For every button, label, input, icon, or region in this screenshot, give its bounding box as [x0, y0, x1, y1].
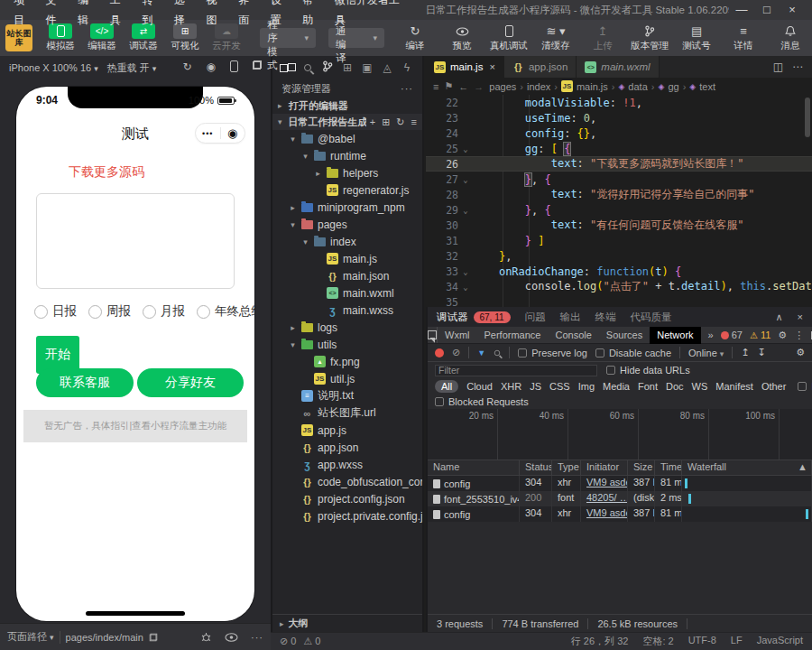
tree-item-code_obfuscation_config.json[interactable]: {}code_obfuscation_config.json — [272, 473, 422, 490]
tabs-overflow-icon[interactable]: » — [701, 327, 721, 344]
type-filter-XHR[interactable]: XHR — [501, 381, 521, 392]
type-filter-Manifest[interactable]: Manifest — [715, 381, 753, 392]
more-menu-icon[interactable]: ••• — [196, 129, 220, 138]
debugger-tab-输出[interactable]: 输出 — [560, 311, 581, 324]
menu-item-转到[interactable]: 转到 — [135, 0, 168, 30]
eye-icon[interactable] — [225, 633, 238, 642]
code-line-23[interactable]: 23 useTime: 0, — [426, 110, 812, 125]
status-item[interactable]: LF — [731, 635, 743, 648]
devtools-more-icon[interactable]: ⋮ — [794, 330, 804, 341]
tree-item-@babel[interactable]: ▾@babel — [272, 130, 422, 147]
type-filter-All[interactable]: All — [435, 380, 458, 393]
code-line-31[interactable]: 31 } ] — [426, 233, 812, 248]
fold-icon[interactable]: ⌄ — [458, 206, 473, 215]
export-har-icon[interactable]: ↧ — [758, 347, 766, 358]
type-filter-Doc[interactable]: Doc — [666, 381, 684, 392]
code-line-26[interactable]: 26 text: "下载更多源码就到站长图库！" — [426, 156, 812, 172]
debugger-tab-代码质量[interactable]: 代码质量 — [631, 311, 672, 324]
toolbar-button-badge[interactable]: ▤测试号 — [673, 24, 720, 52]
type-filter-Media[interactable]: Media — [603, 381, 630, 392]
breadcrumb-item-data[interactable]: ›◈data — [612, 81, 648, 92]
code-line-28[interactable]: 28 text: "觉得好用记得分享给自己的同事" — [426, 187, 812, 202]
devtools-tab-Sources[interactable]: Sources — [599, 327, 650, 344]
tree-item-main.json[interactable]: {}main.json — [272, 267, 422, 284]
share-friend-button[interactable]: 分享好友 — [137, 368, 244, 397]
outline-section[interactable]: ▸ 大纲 — [272, 614, 422, 632]
column-header-Type[interactable]: Type — [552, 460, 581, 475]
more-actions-icon[interactable]: ··· — [401, 83, 413, 94]
refresh-icon[interactable]: ↻ — [182, 60, 191, 75]
devtools-tab-Performance[interactable]: Performance — [477, 327, 549, 344]
radio-option-年终总结[interactable]: 年终总结 — [197, 303, 254, 320]
has-blocked-cookies-checkbox[interactable]: Has blocked cookies — [798, 381, 812, 392]
tree-item-说明.txt[interactable]: ≡说明.txt — [272, 387, 422, 404]
toolbar-button-device[interactable]: 真机调试 — [485, 24, 532, 52]
page-path-select[interactable]: 页面路径 ▾ — [7, 630, 54, 644]
disable-cache-checkbox[interactable]: Disable cache — [595, 348, 671, 358]
source-control-icon[interactable] — [319, 60, 336, 75]
type-filter-WS[interactable]: WS — [692, 381, 708, 392]
editor-tab-app.json[interactable]: {}app.json — [504, 56, 577, 78]
preserve-log-checkbox[interactable]: Preserve log — [518, 348, 587, 358]
column-header-Size[interactable]: Size — [628, 460, 655, 475]
menu-item-界面[interactable]: 界面 — [232, 0, 264, 30]
files-icon[interactable] — [280, 63, 296, 72]
type-filter-Img[interactable]: Img — [578, 381, 595, 392]
type-filter-Cloud[interactable]: Cloud — [466, 381, 493, 392]
tree-item-helpers[interactable]: ▸helpers — [272, 164, 422, 181]
project-section[interactable]: ▾ 日常工作报告生成... + ⊞ ↻ ≡ — [272, 114, 422, 130]
tree-item-index[interactable]: ▾index — [272, 233, 422, 250]
menu-item-编辑[interactable]: 编辑 — [71, 0, 104, 30]
new-file-icon[interactable]: + — [370, 116, 375, 128]
status-item[interactable]: JavaScript — [757, 635, 803, 648]
devtools-tab-Console[interactable]: Console — [548, 327, 598, 344]
toolbar-button-eye[interactable]: 预览 — [438, 24, 485, 52]
more-icon[interactable]: ··· — [251, 632, 263, 643]
close-button[interactable]: × — [780, 0, 805, 20]
refresh-explorer-icon[interactable]: ↻ — [396, 116, 404, 128]
menu-item-视图[interactable]: 视图 — [200, 0, 233, 30]
status-item[interactable]: 空格: 2 — [642, 635, 673, 648]
close-miniprogram-icon[interactable]: ◉ — [221, 127, 245, 139]
network-settings-gear-icon[interactable]: ⚙ — [796, 347, 805, 358]
status-item[interactable]: 行 26，列 32 — [571, 635, 629, 648]
editor-tab-main.js[interactable]: JSmain.js× — [426, 56, 504, 78]
outline-list-icon[interactable]: ≡ — [433, 81, 438, 92]
problems-indicator[interactable]: ⊘ 0 ⚠ 0 — [280, 636, 320, 647]
tree-item-app.json[interactable]: {}app.json — [272, 439, 422, 456]
tree-item-miniprogram_npm[interactable]: ▸miniprogram_npm — [272, 199, 422, 216]
hot-reload-toggle[interactable]: 热重载 开 ▾ — [107, 61, 157, 75]
tree-item-project.private.config.json[interactable]: {}project.private.config.json — [272, 507, 422, 525]
tree-item-app.wxss[interactable]: ʒapp.wxss — [272, 456, 422, 473]
throttling-select[interactable]: Online ▾ — [688, 348, 724, 358]
compile-select[interactable]: 普通编译▾ — [328, 28, 384, 48]
console-warning-count[interactable]: ⚠11 — [750, 330, 770, 340]
copy-path-icon[interactable] — [150, 633, 158, 641]
type-filter-Other[interactable]: Other — [761, 381, 787, 392]
menu-item-工具[interactable]: 工具 — [104, 0, 136, 30]
tree-item-util.js[interactable]: JSutil.js — [272, 370, 422, 387]
multi-window-icon[interactable] — [253, 60, 262, 70]
download-more-link[interactable]: 下载更多源码 — [69, 164, 144, 181]
devtools-settings-gear-icon[interactable]: ⚙ — [778, 330, 787, 341]
nav-forward-icon[interactable]: → — [474, 81, 484, 92]
tree-item-project.config.json[interactable]: {}project.config.json — [272, 490, 422, 507]
filter-input[interactable]: Filter — [435, 365, 597, 376]
console-error-count[interactable]: 67 — [721, 330, 743, 340]
network-table-header[interactable]: NameStatusTypeInitiatorSizeTimeWaterfall… — [428, 460, 812, 476]
network-timeline[interactable]: 20 ms40 ms60 ms80 ms100 ms — [428, 409, 812, 460]
tree-item-app.js[interactable]: JSapp.js — [272, 422, 422, 439]
tree-item-main.wxss[interactable]: ʒmain.wxss — [272, 302, 422, 319]
close-tab-icon[interactable]: × — [489, 61, 494, 72]
radio-option-周报[interactable]: 周报 — [88, 303, 131, 320]
breadcrumb-item-pages[interactable]: pages — [489, 81, 516, 92]
breadcrumb-item-index[interactable]: ›index — [520, 81, 550, 92]
maximize-button[interactable]: □ — [754, 0, 780, 20]
clear-network-icon[interactable]: ⊘ — [452, 347, 460, 358]
nav-back-icon[interactable]: ← — [458, 81, 468, 92]
code-line-29[interactable]: 29⌄ }, { — [426, 202, 812, 218]
editor-tab-main.wxml[interactable]: <>main.wxml — [577, 56, 659, 78]
open-editors-section[interactable]: ▸ 打开的编辑器 — [272, 98, 422, 114]
code-line-30[interactable]: 30 text: "有任何问题可反馈给在线客服" — [426, 218, 812, 233]
code-line-33[interactable]: 33⌄ onRadioChange: function(t) { — [426, 264, 812, 279]
